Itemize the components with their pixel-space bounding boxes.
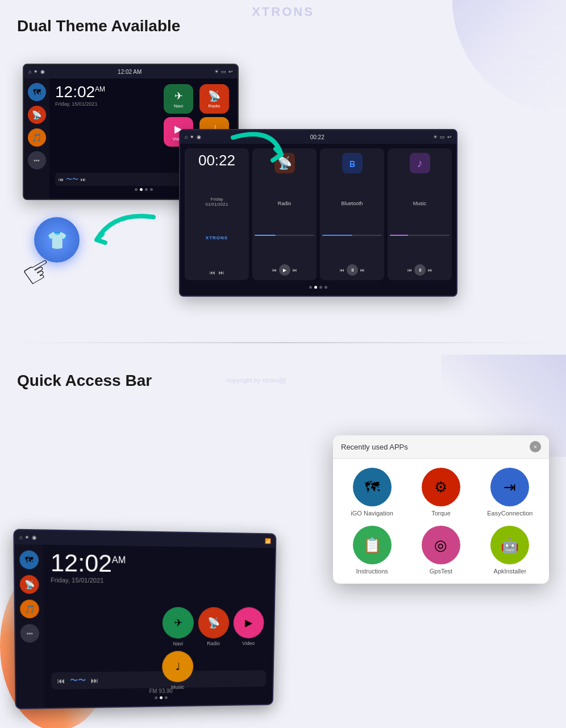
status-bar-left: ⌂ ⁕ ◉ 12:02 AM ☀ ▭ ↩ — [24, 65, 238, 78]
qa-app-radio[interactable]: 📡 Radio — [198, 607, 229, 646]
qa-sidebar-music[interactable]: 🎵 — [20, 600, 39, 618]
qa-next[interactable]: ⏭ — [90, 676, 98, 685]
gps-icon-qa: ◉ — [32, 535, 37, 541]
home-icon-qa: ⌂ — [19, 534, 23, 540]
music-prev[interactable]: ⏮ — [407, 268, 412, 273]
radio-play[interactable]: ▶ — [279, 264, 290, 276]
skip-next-icon[interactable]: ⏭ — [219, 269, 224, 276]
radio-prev[interactable]: ⏮ — [272, 268, 277, 273]
music-card-label: Music — [413, 201, 427, 206]
dot-qa1 — [155, 696, 157, 699]
screen-qa-mockup: ⌂ ⁕ ◉ 📶 🗺 📡 🎵 — [13, 529, 276, 710]
dot-r3 — [319, 286, 322, 289]
gpstest-label: GpsTest — [430, 568, 452, 575]
section-dual: XTRONS Dual Theme Available ⌂ ⁕ ◉ 12:02 … — [0, 0, 566, 336]
qa-video-label: Video — [242, 640, 255, 646]
wifi-icon-qa: 📶 — [265, 538, 271, 544]
easyconnect-icon: ⇥ — [490, 468, 529, 506]
status-time-right: 00:22 — [310, 134, 324, 140]
back-icon: ↩ — [228, 69, 233, 74]
qa-sidebar-radio[interactable]: 📡 — [20, 575, 39, 594]
usb-icon-r: ⁕ — [190, 134, 194, 140]
card-bluetooth[interactable]: ʙ Bluetooth ⏮ ⏸ ⏭ — [320, 148, 384, 280]
app-radio-btn[interactable]: 📡 Radio — [199, 84, 229, 114]
arrow-right — [227, 115, 296, 183]
apkinstaller-icon: 🤖 — [490, 526, 529, 564]
dot-r1 — [309, 286, 312, 289]
back-icon-r: ↩ — [447, 134, 452, 140]
popup-app-easyconnect[interactable]: ⇥ EasyConnection — [480, 468, 540, 517]
sidebar-maps-icon[interactable]: 🗺 — [28, 83, 46, 101]
home-icon: ⌂ — [28, 69, 31, 74]
status-right-qa: 📶 — [265, 538, 271, 544]
date-left: Friday, 15/01/2021 — [55, 101, 105, 107]
app-navi-btn[interactable]: ✈ Navi — [164, 84, 193, 114]
status-right-icons-right: ☀ ▭ ↩ — [433, 134, 452, 140]
bt-progress — [322, 235, 382, 236]
battery-icon-r: ▭ — [440, 134, 445, 140]
bt-prev[interactable]: ⏮ — [340, 268, 344, 273]
sidebar-more-icon[interactable]: ••• — [28, 151, 46, 169]
section-divider — [11, 342, 555, 343]
qa-waveform: 〜〜 — [70, 675, 86, 685]
qa-music-icon: ♩ — [162, 651, 193, 682]
music-next[interactable]: ⏭ — [428, 268, 432, 273]
status-left-qa: ⌂ ⁕ ◉ — [19, 534, 37, 540]
instructions-label: Instructions — [356, 568, 388, 575]
bt-play[interactable]: ⏸ — [347, 264, 358, 276]
music-icon-circle: ♪ — [410, 153, 430, 173]
battery-icon: ▭ — [221, 69, 226, 74]
instructions-icon: 📋 — [353, 526, 392, 564]
sidebar-music-icon[interactable]: 🎵 — [28, 128, 46, 147]
left-sidebar: 🗺 📡 🎵 ••• — [24, 78, 49, 199]
time-am: AM — [95, 85, 105, 93]
qa-navi-label: Navi — [173, 641, 183, 647]
popup-app-apkinstaller[interactable]: 🤖 ApkInstaller — [480, 526, 540, 575]
qa-sidebar-more[interactable]: ••• — [20, 624, 40, 643]
popup-app-instructions[interactable]: 📋 Instructions — [342, 526, 402, 575]
qa-app-video[interactable]: ▶ Video — [233, 607, 264, 646]
dot-3 — [145, 188, 148, 191]
qa-app-music[interactable]: ♩ Music — [162, 651, 193, 690]
popup-app-gpstest[interactable]: ◎ GpsTest — [411, 526, 471, 575]
popup-app-torque[interactable]: ⚙ Torque — [411, 468, 471, 517]
gpstest-icon: ◎ — [422, 526, 460, 564]
dot-2 — [140, 188, 143, 191]
radio-controls: ⏮ ▶ ⏭ — [272, 264, 297, 276]
app-radio-label: Radio — [209, 103, 220, 109]
status-right-icons: ☀ ▭ ↩ — [214, 69, 233, 74]
torque-label: Torque — [431, 510, 451, 517]
next-icon-left[interactable]: ⏭ — [81, 177, 86, 182]
popup-close-button[interactable]: × — [530, 441, 541, 452]
qa-sidebar-maps[interactable]: 🗺 — [19, 550, 39, 569]
gps-icon-r: ◉ — [197, 134, 201, 140]
qa-prev[interactable]: ⏮ — [57, 676, 65, 685]
igo-icon: 🗺 — [353, 468, 392, 506]
skip-prev-icon[interactable]: ⏮ — [210, 269, 215, 276]
apkinstaller-label: ApkInstaller — [494, 568, 526, 575]
popup-app-igo[interactable]: 🗺 iGO Navigation — [342, 468, 402, 517]
prev-icon-left[interactable]: ⏮ — [59, 177, 64, 182]
qa-music-label: Music — [171, 684, 184, 690]
brightness-icon: ☀ — [214, 69, 219, 74]
dot-qa2 — [160, 696, 163, 699]
quick-area: ⌂ ⁕ ◉ 📶 🗺 📡 🎵 — [11, 401, 555, 719]
dual-theme-area: ⌂ ⁕ ◉ 12:02 AM ☀ ▭ ↩ 🗺 📡 — [11, 47, 555, 325]
bt-next[interactable]: ⏭ — [360, 268, 365, 273]
right-cards: 00:22 Friday 01/01/2021 XTRONS ⏮ ⏭ — [185, 148, 452, 280]
card-music[interactable]: ♪ Music ⏮ ⏸ ⏭ — [388, 148, 452, 280]
screen-right-content: 00:22 Friday 01/01/2021 XTRONS ⏮ ⏭ — [180, 144, 456, 296]
status-left-icons-right: ⌂ ⁕ ◉ — [185, 134, 201, 140]
dot-r4 — [324, 286, 327, 289]
screen-right-mockup: ⌂ ⁕ ◉ 00:22 ☀ ▭ ↩ 00:22 Friday — [179, 129, 457, 297]
qa-app-navi[interactable]: ✈ Navi — [163, 607, 194, 647]
radio-next[interactable]: ⏭ — [293, 268, 297, 273]
music-play[interactable]: ⏸ — [414, 264, 426, 276]
music-progress — [390, 235, 450, 236]
qa-sidebar: 🗺 📡 🎵 ••• — [15, 544, 45, 709]
sidebar-radio-icon[interactable]: 📡 — [28, 106, 46, 124]
radio-card-label: Radio — [278, 201, 292, 206]
bluetooth-icon: ʙ — [349, 156, 356, 170]
music-controls: ⏮ ⏸ ⏭ — [407, 264, 432, 276]
music-progress-fill — [390, 235, 408, 236]
